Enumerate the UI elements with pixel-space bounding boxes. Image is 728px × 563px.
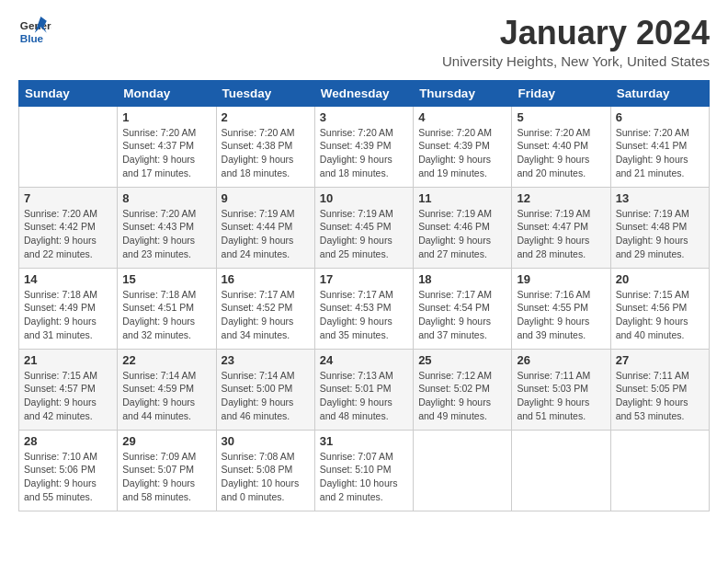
calendar-cell: 31Sunrise: 7:07 AMSunset: 5:10 PMDayligh… xyxy=(314,430,413,511)
day-number: 8 xyxy=(122,191,210,205)
svg-text:General: General xyxy=(20,19,51,31)
day-number: 29 xyxy=(122,434,210,448)
calendar-cell: 27Sunrise: 7:11 AMSunset: 5:05 PMDayligh… xyxy=(610,349,709,430)
calendar-cell: 8Sunrise: 7:20 AMSunset: 4:43 PMDaylight… xyxy=(118,187,216,268)
day-info: Sunrise: 7:19 AMSunset: 4:46 PMDaylight:… xyxy=(418,207,506,261)
day-number: 3 xyxy=(320,110,408,124)
day-number: 14 xyxy=(24,272,112,286)
day-info: Sunrise: 7:17 AMSunset: 4:52 PMDaylight:… xyxy=(222,288,310,342)
day-info: Sunrise: 7:19 AMSunset: 4:47 PMDaylight:… xyxy=(517,207,605,261)
calendar-cell: 22Sunrise: 7:14 AMSunset: 4:59 PMDayligh… xyxy=(118,349,216,430)
calendar-cell: 11Sunrise: 7:19 AMSunset: 4:46 PMDayligh… xyxy=(414,187,512,268)
day-info: Sunrise: 7:11 AMSunset: 5:03 PMDaylight:… xyxy=(517,369,605,423)
calendar-table: Sunday Monday Tuesday Wednesday Thursday… xyxy=(18,80,710,511)
day-info: Sunrise: 7:16 AMSunset: 4:55 PMDaylight:… xyxy=(517,288,605,342)
day-number: 20 xyxy=(616,272,704,286)
calendar-cell: 29Sunrise: 7:09 AMSunset: 5:07 PMDayligh… xyxy=(118,430,216,511)
day-number: 22 xyxy=(122,353,210,367)
calendar-cell: 9Sunrise: 7:19 AMSunset: 4:44 PMDaylight… xyxy=(216,187,314,268)
calendar-cell: 23Sunrise: 7:14 AMSunset: 5:00 PMDayligh… xyxy=(216,349,314,430)
day-info: Sunrise: 7:19 AMSunset: 4:44 PMDaylight:… xyxy=(222,207,310,261)
day-number: 23 xyxy=(222,353,310,367)
calendar-cell: 25Sunrise: 7:12 AMSunset: 5:02 PMDayligh… xyxy=(414,349,512,430)
calendar-cell: 6Sunrise: 7:20 AMSunset: 4:41 PMDaylight… xyxy=(610,106,709,187)
header-row: Sunday Monday Tuesday Wednesday Thursday… xyxy=(19,80,710,106)
calendar-week-3: 14Sunrise: 7:18 AMSunset: 4:49 PMDayligh… xyxy=(19,268,710,349)
calendar-cell xyxy=(610,430,709,511)
calendar-cell xyxy=(19,106,118,187)
day-number: 12 xyxy=(517,191,605,205)
calendar-cell: 18Sunrise: 7:17 AMSunset: 4:54 PMDayligh… xyxy=(414,268,512,349)
day-info: Sunrise: 7:20 AMSunset: 4:38 PMDaylight:… xyxy=(222,126,310,180)
calendar-cell: 20Sunrise: 7:15 AMSunset: 4:56 PMDayligh… xyxy=(610,268,709,349)
logo: General Blue xyxy=(18,15,51,48)
day-number: 2 xyxy=(222,110,310,124)
day-number: 6 xyxy=(616,110,704,124)
calendar-cell xyxy=(512,430,610,511)
calendar-header: Sunday Monday Tuesday Wednesday Thursday… xyxy=(19,80,710,106)
header-thursday: Thursday xyxy=(414,80,512,106)
day-info: Sunrise: 7:20 AMSunset: 4:40 PMDaylight:… xyxy=(517,126,605,180)
calendar-cell: 3Sunrise: 7:20 AMSunset: 4:39 PMDaylight… xyxy=(314,106,413,187)
day-info: Sunrise: 7:15 AMSunset: 4:57 PMDaylight:… xyxy=(24,369,112,423)
day-info: Sunrise: 7:17 AMSunset: 4:54 PMDaylight:… xyxy=(418,288,506,342)
calendar-cell: 1Sunrise: 7:20 AMSunset: 4:37 PMDaylight… xyxy=(118,106,216,187)
calendar-cell: 24Sunrise: 7:13 AMSunset: 5:01 PMDayligh… xyxy=(314,349,413,430)
day-info: Sunrise: 7:19 AMSunset: 4:48 PMDaylight:… xyxy=(616,207,704,261)
calendar-cell: 2Sunrise: 7:20 AMSunset: 4:38 PMDaylight… xyxy=(216,106,314,187)
header-sunday: Sunday xyxy=(19,80,118,106)
day-info: Sunrise: 7:11 AMSunset: 5:05 PMDaylight:… xyxy=(616,369,704,423)
day-info: Sunrise: 7:20 AMSunset: 4:39 PMDaylight:… xyxy=(320,126,408,180)
day-info: Sunrise: 7:08 AMSunset: 5:08 PMDaylight:… xyxy=(222,450,310,504)
day-number: 19 xyxy=(517,272,605,286)
day-info: Sunrise: 7:20 AMSunset: 4:41 PMDaylight:… xyxy=(616,126,704,180)
svg-text:Blue: Blue xyxy=(20,32,44,44)
calendar-body: 1Sunrise: 7:20 AMSunset: 4:37 PMDaylight… xyxy=(19,106,710,511)
calendar-week-5: 28Sunrise: 7:10 AMSunset: 5:06 PMDayligh… xyxy=(19,430,710,511)
header-wednesday: Wednesday xyxy=(314,80,413,106)
day-number: 7 xyxy=(24,191,112,205)
day-info: Sunrise: 7:19 AMSunset: 4:45 PMDaylight:… xyxy=(320,207,408,261)
day-number: 18 xyxy=(418,272,506,286)
calendar-cell: 12Sunrise: 7:19 AMSunset: 4:47 PMDayligh… xyxy=(512,187,610,268)
day-info: Sunrise: 7:20 AMSunset: 4:42 PMDaylight:… xyxy=(24,207,112,261)
day-info: Sunrise: 7:13 AMSunset: 5:01 PMDaylight:… xyxy=(320,369,408,423)
header-friday: Friday xyxy=(512,80,610,106)
calendar-week-4: 21Sunrise: 7:15 AMSunset: 4:57 PMDayligh… xyxy=(19,349,710,430)
day-info: Sunrise: 7:07 AMSunset: 5:10 PMDaylight:… xyxy=(320,450,408,504)
day-number: 31 xyxy=(320,434,408,448)
header-monday: Monday xyxy=(118,80,216,106)
day-info: Sunrise: 7:18 AMSunset: 4:51 PMDaylight:… xyxy=(122,288,210,342)
day-info: Sunrise: 7:20 AMSunset: 4:39 PMDaylight:… xyxy=(418,126,506,180)
day-info: Sunrise: 7:12 AMSunset: 5:02 PMDaylight:… xyxy=(418,369,506,423)
day-number: 24 xyxy=(320,353,408,367)
calendar-cell: 30Sunrise: 7:08 AMSunset: 5:08 PMDayligh… xyxy=(216,430,314,511)
day-info: Sunrise: 7:14 AMSunset: 5:00 PMDaylight:… xyxy=(222,369,310,423)
day-number: 25 xyxy=(418,353,506,367)
day-info: Sunrise: 7:20 AMSunset: 4:43 PMDaylight:… xyxy=(122,207,210,261)
day-info: Sunrise: 7:18 AMSunset: 4:49 PMDaylight:… xyxy=(24,288,112,342)
day-number: 26 xyxy=(517,353,605,367)
calendar-cell: 26Sunrise: 7:11 AMSunset: 5:03 PMDayligh… xyxy=(512,349,610,430)
day-info: Sunrise: 7:09 AMSunset: 5:07 PMDaylight:… xyxy=(122,450,210,504)
day-info: Sunrise: 7:10 AMSunset: 5:06 PMDaylight:… xyxy=(24,450,112,504)
calendar-cell: 28Sunrise: 7:10 AMSunset: 5:06 PMDayligh… xyxy=(19,430,118,511)
day-info: Sunrise: 7:14 AMSunset: 4:59 PMDaylight:… xyxy=(122,369,210,423)
calendar-title: January 2024 xyxy=(442,15,710,52)
day-number: 16 xyxy=(222,272,310,286)
header-tuesday: Tuesday xyxy=(216,80,314,106)
calendar-week-2: 7Sunrise: 7:20 AMSunset: 4:42 PMDaylight… xyxy=(19,187,710,268)
day-number: 15 xyxy=(122,272,210,286)
calendar-cell: 5Sunrise: 7:20 AMSunset: 4:40 PMDaylight… xyxy=(512,106,610,187)
title-area: January 2024 University Heights, New Yor… xyxy=(442,15,710,69)
day-number: 1 xyxy=(122,110,210,124)
page-header: General Blue January 2024 University Hei… xyxy=(18,15,710,69)
calendar-cell: 7Sunrise: 7:20 AMSunset: 4:42 PMDaylight… xyxy=(19,187,118,268)
day-number: 27 xyxy=(616,353,704,367)
calendar-cell: 15Sunrise: 7:18 AMSunset: 4:51 PMDayligh… xyxy=(118,268,216,349)
day-number: 13 xyxy=(616,191,704,205)
day-number: 21 xyxy=(24,353,112,367)
calendar-cell: 17Sunrise: 7:17 AMSunset: 4:53 PMDayligh… xyxy=(314,268,413,349)
day-number: 9 xyxy=(222,191,310,205)
day-info: Sunrise: 7:17 AMSunset: 4:53 PMDaylight:… xyxy=(320,288,408,342)
